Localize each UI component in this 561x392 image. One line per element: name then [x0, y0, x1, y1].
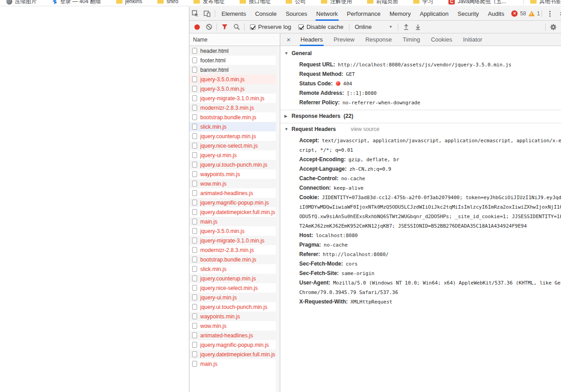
network-request-row[interactable]: jquery.magnific-popup.min.js	[189, 198, 280, 207]
preserve-log-label: Preserve log	[258, 23, 291, 30]
throttling-dropdown[interactable]: Online ▼	[351, 23, 396, 30]
devtools-menu-button[interactable]	[544, 8, 556, 19]
bookmark-item[interactable]: 注解使用	[321, 0, 352, 5]
header-value: http://localhost:8080/	[323, 252, 389, 257]
detail-tab[interactable]: Preview	[328, 33, 360, 46]
network-request-row[interactable]: main.js	[189, 217, 280, 226]
scrollbar-track[interactable]	[276, 46, 280, 392]
detail-tab[interactable]: Headers	[295, 33, 328, 46]
request-name: wow.min.js	[200, 181, 226, 187]
issues-badges[interactable]: × 58 1	[511, 10, 540, 17]
bookmark-item[interactable]: shiro	[157, 0, 178, 5]
network-request-row[interactable]: footer.html	[189, 56, 280, 65]
bookmark-item[interactable]: Java网络爬虫（五...	[448, 0, 506, 5]
warning-count: 1	[537, 10, 540, 17]
network-request-row[interactable]: waypoints.min.js	[189, 312, 280, 321]
header-line: Sec-Fetch-Site:same-origin	[280, 268, 561, 277]
bookmark-item[interactable]: 压缩图片	[6, 0, 37, 5]
network-toolbar: Preserve log Disable cache Online ▼	[189, 21, 561, 33]
network-settings-button[interactable]	[547, 21, 559, 33]
header-label: Accept:	[299, 137, 319, 144]
bookmark-item[interactable]: 学习	[413, 0, 433, 5]
bookmark-item[interactable]: 公司	[286, 0, 306, 5]
record-button[interactable]	[194, 24, 200, 30]
network-request-row[interactable]: jquery-3.5.0.min.js	[189, 75, 280, 84]
network-request-row[interactable]: jquery.ui.touch-punch.min.js	[189, 160, 280, 169]
devtools-tab[interactable]: Memory	[385, 7, 415, 20]
divider	[215, 10, 215, 17]
devtools-tab[interactable]: Audits	[483, 7, 509, 20]
file-icon	[192, 323, 197, 329]
bookmark-icon	[286, 0, 292, 4]
bookmark-item[interactable]: 接口地址	[240, 0, 270, 5]
file-icon	[192, 76, 197, 82]
devtools-tab[interactable]: Network	[312, 7, 343, 20]
clear-button[interactable]	[203, 21, 215, 33]
inspect-element-button[interactable]	[189, 8, 201, 19]
network-request-row[interactable]: main.js	[189, 359, 280, 369]
network-request-row[interactable]: jquery.datetimepicker.full.min.js	[189, 207, 280, 217]
network-request-row[interactable]: jquery-ui.min.js	[189, 293, 280, 302]
devtools-tab[interactable]: Application	[415, 7, 453, 20]
request-name: animated-headlines.js	[200, 332, 253, 339]
network-request-row[interactable]: banner.html	[189, 65, 280, 75]
bookmark-item[interactable]: jenkins	[116, 0, 142, 5]
detail-tab[interactable]: Initiator	[457, 33, 488, 46]
preserve-log-checkbox[interactable]: Preserve log	[250, 23, 291, 30]
network-request-row[interactable]: jquery.nice-select.min.js	[189, 283, 280, 293]
general-section: ▼ General Request URL:http://localhost:8…	[280, 47, 561, 110]
network-request-row[interactable]: bootstrap.bundle.min.js	[189, 255, 280, 264]
response-headers-section-header[interactable]: ▶ Response Headers (22)	[280, 110, 561, 122]
bookmark-item[interactable]: 前端页面	[367, 0, 398, 5]
view-source-link[interactable]: view source	[351, 126, 379, 132]
network-request-row[interactable]: jquery-3.5.0.min.js	[189, 226, 280, 236]
network-request-row[interactable]: modernizr-2.8.3.min.js	[189, 245, 280, 255]
network-request-row[interactable]: jquery-migrate-3.1.0.min.js	[189, 93, 280, 103]
close-details-button[interactable]: ×	[280, 36, 295, 43]
devtools-close-button[interactable]: ×	[556, 8, 561, 19]
network-request-row[interactable]: wow.min.js	[189, 321, 280, 331]
network-request-row[interactable]: jquery-ui.min.js	[189, 150, 280, 160]
request-name: header.html	[200, 48, 229, 54]
network-request-row[interactable]: slick.min.js	[189, 122, 280, 131]
network-request-row[interactable]: jquery.counterup.min.js	[189, 274, 280, 283]
header-line: Referrer Policy:no-referrer-when-downgra…	[280, 97, 561, 107]
file-icon	[192, 313, 197, 319]
network-request-row[interactable]: jquery.nice-select.min.js	[189, 141, 280, 150]
search-button[interactable]	[231, 21, 242, 33]
network-request-row[interactable]: animated-headlines.js	[189, 331, 280, 340]
network-request-row[interactable]: slick.min.js	[189, 264, 280, 274]
network-request-row[interactable]: waypoints.min.js	[189, 169, 280, 179]
devtools-tab[interactable]: Performance	[342, 7, 385, 20]
network-request-row[interactable]: jquery.magnific-popup.min.js	[189, 340, 280, 350]
detail-tab[interactable]: Response	[360, 33, 397, 46]
device-toolbar-button[interactable]	[201, 8, 213, 19]
import-har-button[interactable]	[400, 21, 412, 33]
network-request-row[interactable]: jquery-3.5.0.min.js	[189, 84, 280, 93]
filter-button[interactable]	[219, 21, 231, 33]
devtools-tab[interactable]: Elements	[217, 7, 250, 20]
detail-tab[interactable]: Cookies	[425, 33, 457, 46]
network-request-row[interactable]: animated-headlines.js	[189, 188, 280, 198]
bookmark-item[interactable]: 登录 — 404 翻墙	[52, 0, 101, 5]
bookmark-item[interactable]: 发布地址	[193, 0, 224, 5]
name-column-header[interactable]: Name	[189, 33, 280, 46]
other-bookmarks[interactable]: 其他书签	[523, 0, 561, 5]
detail-tab[interactable]: Timing	[397, 33, 426, 46]
request-headers-section-header[interactable]: ▼ Request Headers view source	[280, 123, 561, 135]
network-request-row[interactable]: bootstrap.bundle.min.js	[189, 112, 280, 122]
network-request-row[interactable]: modernizr-2.8.3.min.js	[189, 103, 280, 112]
network-request-row[interactable]: jquery-migrate-3.1.0.min.js	[189, 236, 280, 245]
network-request-row[interactable]: header.html	[189, 46, 280, 56]
inspect-cursor-icon	[192, 10, 199, 17]
export-har-button[interactable]	[412, 21, 424, 33]
devtools-tab[interactable]: Security	[453, 7, 483, 20]
general-section-header[interactable]: ▼ General	[280, 47, 561, 59]
devtools-tab[interactable]: Console	[250, 7, 281, 20]
network-request-row[interactable]: jquery.counterup.min.js	[189, 131, 280, 141]
disable-cache-checkbox[interactable]: Disable cache	[298, 23, 344, 30]
network-request-row[interactable]: jquery.ui.touch-punch.min.js	[189, 302, 280, 312]
network-request-row[interactable]: jquery.datetimepicker.full.min.js	[189, 350, 280, 359]
network-request-row[interactable]: wow.min.js	[189, 179, 280, 188]
devtools-tab[interactable]: Sources	[281, 7, 312, 20]
